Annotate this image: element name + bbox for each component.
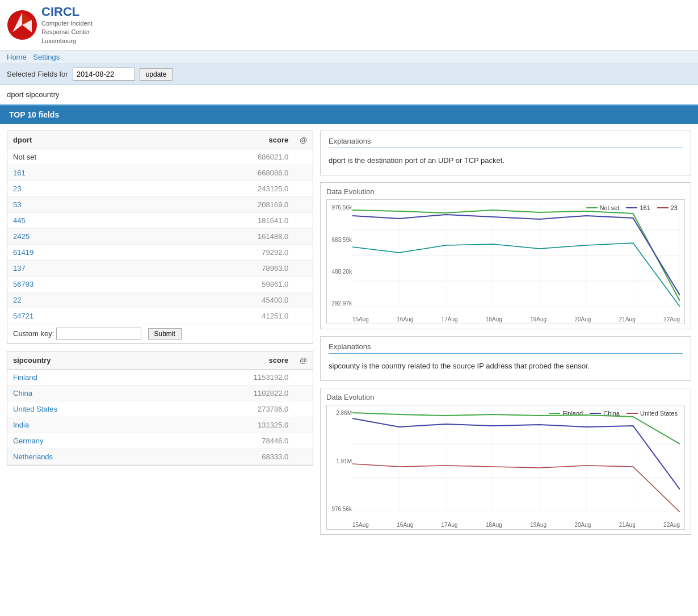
sipcountry-table: sipcountry score @ Finland1153192.0China… <box>7 351 313 465</box>
dport-chart-title: Data Evolution <box>326 187 685 196</box>
custom-key-label: Custom key: <box>13 329 54 338</box>
table-row: 5472141251.0 <box>7 308 313 324</box>
dport-col-header: dport <box>7 131 137 149</box>
sipcountry-chart-svg <box>352 410 680 512</box>
table-row: 23243125.0 <box>7 181 313 197</box>
sipcountry-chart-title: Data Evolution <box>326 393 685 401</box>
table-row: 53208169.0 <box>7 197 313 213</box>
table-row: 6141979292.0 <box>7 245 313 261</box>
sipcountry-row-link[interactable]: Finland <box>13 373 37 382</box>
dport-submit-button[interactable]: Submit <box>148 328 182 340</box>
dport-at-header: @ <box>294 131 313 149</box>
dport-custom-key-input[interactable] <box>56 328 141 340</box>
right-panel: Explanations dport is the destination po… <box>320 131 691 535</box>
sipcountry-table-panel: sipcountry score @ Finland1153192.0China… <box>7 351 313 466</box>
main-content: dport score @ Not set686021.0161668086.0… <box>0 124 698 542</box>
sipcountry-y-labels: 2.86M 1.91M 976.56k <box>328 410 352 512</box>
dport-row-link[interactable]: 445 <box>13 216 26 225</box>
dport-row-link[interactable]: 23 <box>13 185 21 193</box>
date-input[interactable] <box>73 68 135 81</box>
logo-subtitle: Computer Incident Response Center Luxemb… <box>41 19 92 45</box>
table-row: 161668086.0 <box>7 165 313 181</box>
dport-chart-svg <box>352 204 680 307</box>
table-row: Germany78446.0 <box>7 433 313 449</box>
sipcountry-row-link[interactable]: United States <box>13 405 57 413</box>
table-row: Not set686021.0 <box>7 149 313 165</box>
sipcountry-exp-title: Explanations <box>329 342 683 354</box>
sipcountry-col-header: sipcountry <box>7 351 164 370</box>
nav-bar: Home Settings <box>0 51 698 64</box>
logo-container: CIRCL Computer Incident Response Center … <box>7 5 92 45</box>
sipcountry-explanation-panel: Explanations sipcounty is the country re… <box>320 336 691 381</box>
table-row: 5679359861.0 <box>7 276 313 292</box>
dport-row-link[interactable]: 53 <box>13 200 21 209</box>
dport-row-link[interactable]: 54721 <box>13 312 33 320</box>
circl-logo-icon <box>7 10 38 41</box>
sipcountry-row-link[interactable]: Netherlands <box>13 452 53 461</box>
table-row: 13778963.0 <box>7 261 313 276</box>
dport-custom-key-row: Custom key: Submit <box>7 324 313 343</box>
sipcountry-at-header: @ <box>294 351 313 370</box>
dport-row-link[interactable]: 56793 <box>13 280 33 288</box>
dport-row-link[interactable]: 137 <box>13 264 26 273</box>
update-button[interactable]: update <box>140 68 173 81</box>
table-row: China1102822.0 <box>7 385 313 401</box>
dport-score-header: score <box>137 131 294 149</box>
dport-table: dport score @ Not set686021.0161668086.0… <box>7 131 313 343</box>
nav-home-link[interactable]: Home <box>7 53 27 61</box>
selected-fields-label: Selected Fields for <box>7 70 68 78</box>
dport-y-labels: 976.56k 683.59k 488.28k 292.97k <box>328 204 352 307</box>
dport-row-link[interactable]: 2425 <box>13 232 30 241</box>
dport-row-link[interactable]: 161 <box>13 169 26 177</box>
sipcountry-row-link[interactable]: Germany <box>13 437 43 445</box>
table-row: 2425161488.0 <box>7 229 313 245</box>
section-title: TOP 10 fields <box>9 110 59 119</box>
dport-explanation-panel: Explanations dport is the destination po… <box>320 131 691 175</box>
selected-fields-display: dport sipcountry <box>0 85 698 106</box>
sipcountry-chart-area: 2.86M 1.91M 976.56k Finland China <box>326 405 685 530</box>
left-panel: dport score @ Not set686021.0161668086.0… <box>7 131 313 535</box>
dport-chart-area: 976.56k 683.59k 488.28k 292.97k Not set … <box>326 199 685 324</box>
fields-bar: Selected Fields for update <box>0 64 698 85</box>
dport-row-link[interactable]: 22 <box>13 296 21 304</box>
selected-fields-text: dport sipcountry <box>7 90 60 99</box>
nav-settings-link[interactable]: Settings <box>33 53 60 61</box>
logo-title: CIRCL <box>41 5 88 19</box>
dport-table-panel: dport score @ Not set686021.0161668086.0… <box>7 131 313 344</box>
header: CIRCL Computer Incident Response Center … <box>0 0 698 51</box>
dport-exp-title: Explanations <box>329 137 683 148</box>
sipcountry-row-link[interactable]: China <box>13 389 32 397</box>
table-row: 445181641.0 <box>7 213 313 229</box>
table-row: 2245400.0 <box>7 292 313 308</box>
dport-exp-text: dport is the destination port of an UDP … <box>329 152 683 169</box>
sipcountry-chart-panel: Data Evolution 2.86M 1.91M 976.56k Finla… <box>320 388 691 535</box>
dport-x-labels: 15Aug 16Aug 17Aug 18Aug 19Aug 20Aug 21Au… <box>352 316 680 322</box>
sipcountry-exp-text: sipcounty is the country related to the … <box>329 357 683 375</box>
sipcountry-row-link[interactable]: India <box>13 421 29 429</box>
dport-row-link[interactable]: 61419 <box>13 248 33 257</box>
table-row: India131325.0 <box>7 417 313 433</box>
table-row: United States273786.0 <box>7 401 313 417</box>
table-row: Netherlands68333.0 <box>7 449 313 465</box>
table-row: Finland1153192.0 <box>7 370 313 385</box>
sipcountry-x-labels: 15Aug 16Aug 17Aug 18Aug 19Aug 20Aug 21Au… <box>352 522 680 528</box>
sipcountry-score-header: score <box>164 351 294 370</box>
dport-chart-panel: Data Evolution 976.56k 683.59k 488.28k 2… <box>320 182 691 329</box>
section-header: TOP 10 fields <box>0 106 698 124</box>
